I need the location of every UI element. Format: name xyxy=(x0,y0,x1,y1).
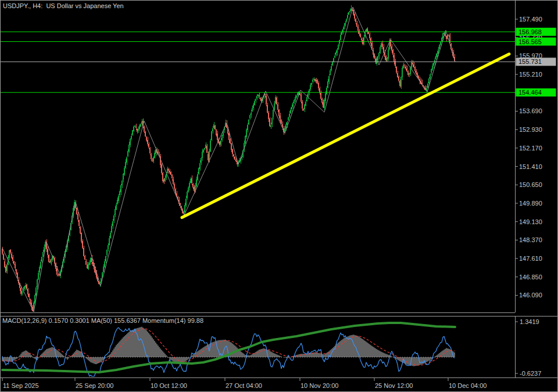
candle-body xyxy=(9,250,10,258)
candle-body xyxy=(26,285,27,289)
zigzag-indicator-line xyxy=(2,7,455,312)
candle-body xyxy=(184,205,185,212)
candle-body xyxy=(360,34,361,37)
price-axis-label: 150.650 xyxy=(519,181,542,188)
candle-body xyxy=(433,63,434,66)
candle-body xyxy=(441,38,442,42)
price-axis-label: 149.130 xyxy=(519,218,542,225)
price-axis-label: 146.850 xyxy=(519,274,542,280)
candle-body xyxy=(391,46,392,51)
candle-body xyxy=(399,81,400,85)
candle-body xyxy=(80,227,81,233)
candle-body xyxy=(167,168,168,173)
candle-body xyxy=(162,173,163,181)
price-scale[interactable]: 157.490156.730155.970155.210154.450153.6… xyxy=(515,16,556,299)
candle-body xyxy=(199,163,201,170)
candle-body xyxy=(394,55,395,62)
candle-body xyxy=(345,23,346,25)
candle-body xyxy=(152,160,153,160)
candle-body xyxy=(2,249,3,254)
candle-body xyxy=(90,258,91,262)
candle-body xyxy=(387,58,388,60)
candle-body xyxy=(108,245,109,250)
candle-body xyxy=(28,294,30,298)
candle-body xyxy=(267,105,268,113)
candle-body xyxy=(327,81,328,88)
candle-body xyxy=(144,127,145,132)
candle-body xyxy=(137,129,138,132)
candle-body xyxy=(190,179,191,182)
candle-body xyxy=(273,110,274,117)
candle-body xyxy=(363,37,364,45)
candle-body xyxy=(396,67,397,73)
candle-body xyxy=(56,268,58,275)
price-axis-label: 148.370 xyxy=(519,236,542,243)
candle-body xyxy=(4,261,5,267)
candle-body xyxy=(198,168,199,174)
candle-body xyxy=(173,179,174,185)
candle-body xyxy=(191,178,192,183)
candle-body xyxy=(22,291,23,294)
candle-body xyxy=(153,157,154,161)
candle-body xyxy=(230,139,231,143)
indicator-scale[interactable]: 1.3419-0.6237 xyxy=(515,318,541,377)
candle-body xyxy=(132,130,133,135)
time-scale[interactable]: 11 Sep 202525 Sep 20:0010 Oct 12:0027 Oc… xyxy=(2,378,487,389)
candle-body xyxy=(380,47,381,53)
candle-body xyxy=(118,196,119,200)
candle-body xyxy=(302,102,303,109)
candle-body xyxy=(30,299,31,303)
candle-body xyxy=(187,192,188,198)
candle-body xyxy=(323,102,324,107)
candle-body xyxy=(381,43,382,46)
candle-body xyxy=(131,136,132,139)
macd-indicator-panel[interactable] xyxy=(2,323,455,376)
candle-body xyxy=(233,154,234,156)
price-axis-label: 147.610 xyxy=(519,255,542,262)
candle-body xyxy=(12,257,13,261)
candle-body xyxy=(130,139,131,145)
candle-body xyxy=(350,8,352,10)
candle-body xyxy=(47,249,48,255)
candle-body xyxy=(357,27,359,31)
price-axis-label: 149.890 xyxy=(519,200,542,207)
candle-body xyxy=(58,275,59,276)
candle-body xyxy=(252,108,253,111)
candle-body xyxy=(432,66,433,70)
candle-body xyxy=(388,49,389,59)
candle-body xyxy=(287,122,288,125)
candle-body xyxy=(385,56,387,60)
time-axis-label: 25 Nov 12:00 xyxy=(375,382,413,389)
candle-body xyxy=(403,64,404,69)
candle-body xyxy=(247,125,248,131)
indicator-scale-label: -0.6237 xyxy=(520,370,541,377)
candle-body xyxy=(42,252,44,256)
candle-body xyxy=(339,40,340,44)
chart-window: 157.490156.730155.970155.210154.450153.6… xyxy=(0,0,558,392)
candle-body xyxy=(216,130,217,135)
candle-body xyxy=(431,69,432,73)
candle-body xyxy=(133,127,134,131)
candle-body xyxy=(369,34,370,38)
candle-body xyxy=(235,160,237,161)
chart-canvas[interactable]: 157.490156.730155.970155.210154.450153.6… xyxy=(0,0,558,392)
candle-body xyxy=(89,262,90,265)
candle-body xyxy=(84,256,85,259)
trendline-object[interactable] xyxy=(182,54,509,218)
candle-body xyxy=(106,250,108,255)
candle-body xyxy=(194,187,195,192)
candle-body xyxy=(212,128,213,131)
candle-body xyxy=(344,26,345,29)
candle-body xyxy=(270,125,271,127)
candle-body xyxy=(51,260,52,263)
candle-body xyxy=(78,220,80,226)
candle-body xyxy=(10,250,11,253)
candle-body xyxy=(13,261,15,264)
candle-body xyxy=(362,40,363,44)
candle-body xyxy=(148,144,149,148)
candle-body xyxy=(313,79,314,80)
candle-body xyxy=(204,148,205,149)
candle-body xyxy=(245,136,246,143)
candle-body xyxy=(214,125,216,130)
candle-body xyxy=(251,113,252,116)
